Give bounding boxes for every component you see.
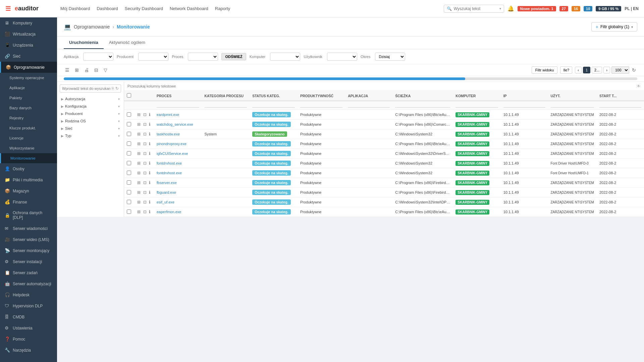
col-start-header[interactable]: START T... [597, 91, 644, 101]
filter-sciezka[interactable] [395, 104, 450, 108]
card-view-icon[interactable]: ⊞ [73, 67, 80, 73]
grid-row-icon[interactable]: ⊞ [137, 209, 141, 214]
badge-blue[interactable]: 10 [584, 6, 592, 11]
apps-row-icon[interactable]: ⊡ [143, 122, 147, 127]
col-komputer-header[interactable]: KOMPUTER [453, 91, 500, 101]
tree-item-autoryzacja[interactable]: ▶ Autoryzacja ▾ [60, 95, 121, 103]
tab-uruchomienia[interactable]: Uruchomienia [64, 37, 104, 49]
ile-button[interactable]: Ile? [560, 66, 572, 74]
nav-network-dashboard[interactable]: Network Dashboard [170, 6, 208, 11]
sidebar-item-pliki-multimedia[interactable]: 📁 Pliki i multimedia [0, 174, 57, 185]
select-all-checkbox[interactable] [127, 93, 131, 98]
col-kategoria-header[interactable]: KATEGORIA PROCESU [202, 91, 250, 101]
col-ip-header[interactable]: IP [501, 91, 548, 101]
grid-row-icon[interactable]: ⊞ [137, 171, 141, 175]
refresh-icon[interactable]: ↻ [115, 86, 119, 91]
row-checkbox[interactable] [127, 112, 131, 117]
sidebar-item-serwer-zadan[interactable]: 📋 Serwer zadań [0, 267, 57, 278]
filter-icon[interactable]: ▽ [102, 67, 109, 73]
sidebar-item-rejestry[interactable]: Rejestry [0, 113, 57, 123]
tree-item-rodzina-os[interactable]: ▶ Rodzina OS ▾ [60, 117, 121, 125]
col-uzyt-header[interactable]: UŻYT. [548, 91, 597, 101]
row-checkbox[interactable] [127, 151, 131, 156]
okres-select[interactable]: Dzisiaj [375, 53, 405, 61]
page-1-button[interactable]: 1 [583, 67, 590, 73]
apps-row-icon[interactable]: ⊡ [143, 200, 147, 204]
proces-select[interactable] [188, 53, 218, 61]
sidebar-item-bazy-danych[interactable]: Bazy danych [0, 103, 57, 113]
row-checkbox[interactable] [127, 132, 131, 136]
sidebar-item-serwer-wideo[interactable]: 🎥 Serwer wideo (LMS) [0, 234, 57, 245]
apps-row-icon[interactable]: ⊡ [143, 141, 147, 146]
tree-item-konfiguracja[interactable]: ▶ Konfiguracja ▾ [60, 103, 121, 110]
sidebar-item-serwer-instalacji[interactable]: ⚙ Serwer instalacji [0, 256, 57, 267]
sidebar-item-pakiety[interactable]: Pakiety [0, 93, 57, 103]
filter-produktywnosc[interactable] [300, 104, 342, 108]
notification-badge[interactable]: Nowe powiadom. 1 [518, 6, 556, 11]
col-aplikacja-header[interactable]: APLIKACJA [345, 91, 392, 101]
hamburger-icon[interactable]: ☰ [5, 5, 11, 12]
sidebar-item-finanse[interactable]: 💰 Finanse [0, 196, 57, 207]
grid-row-icon[interactable]: ⊞ [137, 190, 141, 195]
info-row-icon[interactable]: ℹ [149, 132, 151, 136]
grid-row-icon[interactable]: ⊞ [137, 122, 141, 127]
row-checkbox[interactable] [127, 209, 131, 214]
reload-icon[interactable]: ↻ [631, 67, 637, 73]
col-proces-header[interactable]: PROCES [154, 91, 202, 101]
filter-status[interactable] [252, 104, 295, 108]
left-panel-search-input[interactable] [62, 86, 110, 90]
sidebar-item-hypervision[interactable]: 🛡 Hypervision DLP [0, 300, 57, 311]
sidebar-item-magazyn[interactable]: 📦 Magazyn [0, 185, 57, 196]
uzytkownik-select[interactable] [327, 53, 357, 61]
per-page-select[interactable]: 100 [611, 66, 629, 74]
refresh-button[interactable]: ODŚWIEŻ [221, 53, 246, 60]
list-view-icon[interactable]: ☰ [64, 67, 71, 73]
sidebar-item-komputery[interactable]: 🖥 Komputery [0, 17, 57, 28]
info-row-icon[interactable]: ℹ [149, 151, 151, 156]
grid-icon[interactable]: ⊟ [93, 67, 100, 73]
sidebar-item-osoby[interactable]: 👤 Osoby [0, 163, 57, 174]
filter-komputer[interactable] [455, 104, 498, 108]
sidebar-item-helpdesk[interactable]: 🎧 Helpdesk [0, 289, 57, 300]
sidebar-item-licencje[interactable]: Licencje [0, 133, 57, 143]
apps-row-icon[interactable]: ⊡ [143, 209, 147, 214]
filter-aplikacja[interactable] [348, 104, 390, 108]
row-checkbox[interactable] [127, 171, 131, 175]
sidebar-item-serwer-automatyzacji[interactable]: 🤖 Serwer automatyzacji [0, 278, 57, 289]
info-row-icon[interactable]: ℹ [149, 171, 151, 175]
sidebar-item-aplikacje[interactable]: Aplikacje [0, 83, 57, 93]
apps-row-icon[interactable]: ⊡ [143, 190, 147, 195]
sidebar-item-pomoc[interactable]: ❓ Pomoc [0, 334, 57, 345]
sidebar-item-ochrona-danych[interactable]: 🔒 Ochrona danych [DLP] [0, 207, 57, 223]
filter-ip[interactable] [503, 104, 545, 108]
sidebar-item-klucze-produkt[interactable]: Klucze produkt. [0, 123, 57, 133]
sidebar-item-siec[interactable]: 🔗 Sieć [0, 51, 57, 62]
bell-icon[interactable]: 🔔 [507, 5, 514, 12]
col-sciezka-header[interactable]: ŚCIEŻKA [392, 91, 453, 101]
info-row-icon[interactable]: ℹ [149, 141, 151, 146]
info-row-icon[interactable]: ℹ [149, 112, 151, 117]
sidebar-item-wirtualizacja[interactable]: ⬛ Wirtualizacja [0, 28, 57, 40]
nav-moj-dashboard[interactable]: Mój Dashboard [60, 6, 90, 11]
text-search-input[interactable] [127, 84, 635, 88]
grid-row-icon[interactable]: ⊞ [137, 180, 141, 185]
sidebar-item-cmdb[interactable]: 🗄 CMDB [0, 311, 57, 322]
apps-row-icon[interactable]: ⊡ [143, 112, 147, 117]
sidebar-item-systemy-operacyjne[interactable]: Systemy operacyjne [0, 73, 57, 83]
prev-page-button[interactable]: ‹ [575, 67, 582, 73]
grid-row-icon[interactable]: ⊞ [137, 151, 141, 156]
grid-row-icon[interactable]: ⊞ [137, 141, 141, 146]
row-checkbox[interactable] [127, 141, 131, 146]
apps-row-icon[interactable]: ⊡ [143, 171, 147, 175]
badge-red[interactable]: 27 [559, 6, 568, 11]
producent-select[interactable] [138, 53, 168, 61]
grid-row-icon[interactable]: ⊞ [137, 161, 141, 166]
grid-row-icon[interactable]: ⊞ [137, 112, 141, 117]
row-checkbox[interactable] [127, 180, 131, 185]
lang-switcher[interactable]: PL | EN [625, 6, 639, 11]
grid-row-icon[interactable]: ⊞ [137, 200, 141, 204]
sidebar-item-serwer-wiadomosci[interactable]: ✉ Serwer wiadomości [0, 223, 57, 234]
row-checkbox[interactable] [127, 161, 131, 165]
sidebar-item-monitorowanie[interactable]: Monitorowanie [0, 153, 57, 163]
col-produktywnosc-header[interactable]: PRODUKTYWNOŚĆ [298, 91, 345, 101]
